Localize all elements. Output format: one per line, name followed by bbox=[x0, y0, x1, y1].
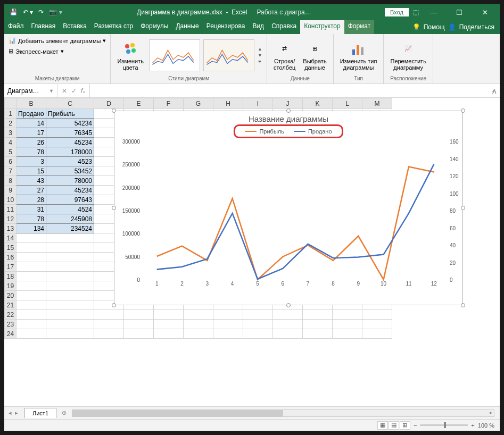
cell[interactable] bbox=[16, 262, 46, 272]
cell[interactable] bbox=[213, 320, 243, 329]
zoom-out-icon[interactable]: − bbox=[414, 422, 417, 429]
cell[interactable] bbox=[273, 310, 303, 320]
row-header[interactable]: 5 bbox=[5, 147, 16, 157]
styles-up-icon[interactable]: ▲ bbox=[258, 46, 262, 52]
row-header[interactable]: 19 bbox=[5, 281, 16, 291]
chart-style-2[interactable] bbox=[203, 39, 254, 71]
cell[interactable] bbox=[16, 310, 46, 320]
cell[interactable] bbox=[46, 281, 94, 291]
col-header[interactable]: L bbox=[333, 98, 362, 109]
tab-home[interactable]: Главная bbox=[28, 20, 60, 34]
chart-plot-area[interactable]: 050000100000150000200000250000300000 020… bbox=[119, 141, 447, 290]
zoom-level[interactable]: 100 % bbox=[478, 422, 494, 429]
cell[interactable] bbox=[303, 320, 333, 329]
cell[interactable]: 76345 bbox=[46, 128, 94, 138]
cancel-icon[interactable]: ✕ bbox=[62, 87, 67, 95]
col-header[interactable]: F bbox=[154, 98, 184, 109]
close-button[interactable]: ✕ bbox=[474, 9, 495, 16]
cell[interactable]: Продано bbox=[16, 109, 46, 119]
cell[interactable] bbox=[46, 320, 94, 329]
select-all-corner[interactable] bbox=[5, 98, 16, 109]
tab-review[interactable]: Рецензирова bbox=[203, 20, 249, 34]
zoom-slider[interactable] bbox=[420, 424, 468, 426]
cell[interactable]: 234524 bbox=[46, 224, 94, 233]
quick-layout-button[interactable]: ⊞Экспресс-макет ▾ bbox=[9, 47, 64, 56]
col-header[interactable]: E bbox=[124, 98, 154, 109]
cell[interactable] bbox=[243, 320, 273, 329]
cell[interactable] bbox=[362, 329, 392, 339]
cell[interactable]: 27 bbox=[16, 186, 46, 195]
maximize-button[interactable]: ☐ bbox=[449, 9, 470, 16]
page-break-icon[interactable]: ⊞ bbox=[400, 421, 410, 430]
row-header[interactable]: 14 bbox=[5, 233, 16, 243]
cell[interactable]: 45234 bbox=[46, 138, 94, 147]
cell[interactable] bbox=[273, 329, 303, 339]
save-icon[interactable]: 💾 bbox=[10, 9, 18, 16]
collapse-ribbon-icon[interactable]: ᐱ bbox=[492, 88, 497, 95]
share-icon[interactable]: 👤 bbox=[448, 23, 456, 31]
cell[interactable] bbox=[16, 320, 46, 329]
tab-formulas[interactable]: Формулы bbox=[137, 20, 172, 34]
cell[interactable] bbox=[154, 329, 184, 339]
tab-insert[interactable]: Вставка bbox=[59, 20, 90, 34]
cell[interactable]: 53452 bbox=[46, 166, 94, 176]
row-header[interactable]: 2 bbox=[5, 119, 16, 128]
cell[interactable] bbox=[16, 272, 46, 281]
row-header[interactable]: 10 bbox=[5, 195, 16, 205]
cell[interactable] bbox=[124, 329, 154, 339]
cell[interactable] bbox=[273, 320, 303, 329]
col-header[interactable]: G bbox=[184, 98, 213, 109]
cell[interactable] bbox=[333, 310, 362, 320]
cell[interactable]: 245908 bbox=[46, 214, 94, 224]
col-header[interactable]: B bbox=[16, 98, 46, 109]
row-header[interactable]: 1 bbox=[5, 109, 16, 119]
cell[interactable] bbox=[154, 310, 184, 320]
row-header[interactable]: 16 bbox=[5, 253, 16, 262]
row-header[interactable]: 23 bbox=[5, 320, 16, 329]
col-header[interactable]: D bbox=[94, 98, 124, 109]
row-header[interactable]: 22 bbox=[5, 310, 16, 320]
tab-pagelayout[interactable]: Разметка стр bbox=[90, 20, 137, 34]
cell[interactable] bbox=[46, 329, 94, 339]
cell[interactable] bbox=[46, 310, 94, 320]
chart-object[interactable]: Название диаграммы Прибыль Продано 05000… bbox=[114, 111, 463, 305]
tab-data[interactable]: Данные bbox=[172, 20, 202, 34]
cell[interactable] bbox=[46, 291, 94, 300]
cell[interactable] bbox=[94, 310, 124, 320]
row-header[interactable]: 24 bbox=[5, 329, 16, 339]
cell[interactable] bbox=[16, 243, 46, 253]
sheet-tab[interactable]: Лист1 bbox=[24, 408, 56, 418]
cell[interactable] bbox=[124, 310, 154, 320]
zoom-in-icon[interactable]: + bbox=[471, 422, 474, 429]
redo-icon[interactable]: ↷ bbox=[38, 9, 44, 16]
cell[interactable] bbox=[46, 253, 94, 262]
cell[interactable]: 15 bbox=[16, 166, 46, 176]
styles-more-icon[interactable]: ⏷ bbox=[258, 59, 262, 64]
row-header[interactable]: 7 bbox=[5, 166, 16, 176]
cell[interactable] bbox=[46, 300, 94, 310]
chart-legend[interactable]: Прибыль Продано bbox=[234, 124, 343, 138]
cell[interactable] bbox=[243, 329, 273, 339]
cell[interactable] bbox=[184, 320, 213, 329]
cell[interactable]: 97643 bbox=[46, 195, 94, 205]
move-chart-button[interactable]: 📈Переместить диаграмму bbox=[388, 39, 428, 72]
tab-file[interactable]: Файл bbox=[4, 20, 28, 34]
cell[interactable] bbox=[184, 329, 213, 339]
row-header[interactable]: 4 bbox=[5, 138, 16, 147]
cell[interactable] bbox=[46, 272, 94, 281]
camera-icon[interactable]: 📷 ▾ bbox=[49, 9, 62, 16]
cell[interactable] bbox=[16, 253, 46, 262]
cell[interactable] bbox=[213, 329, 243, 339]
col-header[interactable]: J bbox=[273, 98, 303, 109]
cell[interactable] bbox=[94, 329, 124, 339]
cell[interactable] bbox=[362, 320, 392, 329]
cell[interactable]: 4523 bbox=[46, 157, 94, 166]
col-header[interactable]: C bbox=[46, 98, 94, 109]
cell[interactable]: 26 bbox=[16, 138, 46, 147]
row-header[interactable]: 15 bbox=[5, 243, 16, 253]
row-header[interactable]: 9 bbox=[5, 186, 16, 195]
tab-design[interactable]: Конструктор bbox=[300, 20, 344, 34]
col-header[interactable]: H bbox=[213, 98, 243, 109]
cell[interactable] bbox=[16, 300, 46, 310]
cell[interactable]: 45234 bbox=[46, 186, 94, 195]
